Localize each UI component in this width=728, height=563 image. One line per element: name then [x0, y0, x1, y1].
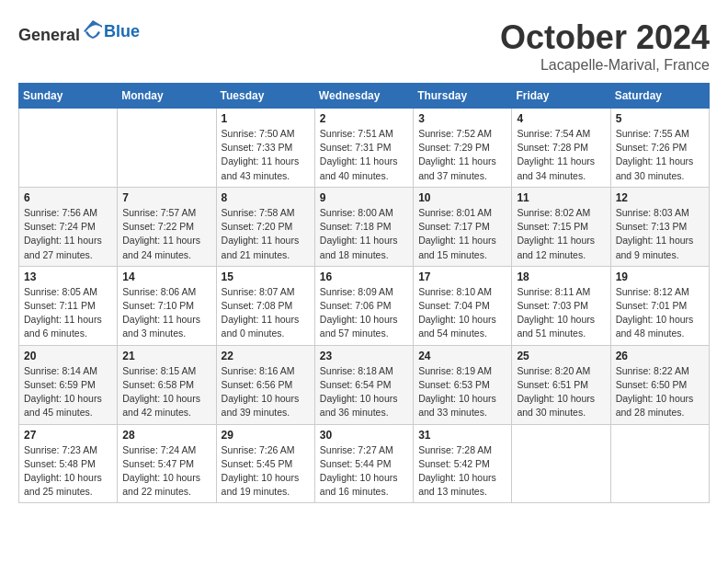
- day-number: 16: [320, 270, 408, 283]
- calendar-day-cell: 23 Sunrise: 8:18 AMSunset: 6:54 PMDaylig…: [314, 345, 413, 424]
- calendar-day-cell: 6 Sunrise: 7:56 AMSunset: 7:24 PMDayligh…: [19, 187, 118, 266]
- day-info: Sunrise: 7:52 AMSunset: 7:29 PMDaylight:…: [418, 127, 506, 183]
- calendar-day-cell: 29 Sunrise: 7:26 AMSunset: 5:45 PMDaylig…: [216, 424, 314, 503]
- weekday-header: Wednesday: [314, 84, 413, 109]
- day-number: 31: [418, 429, 506, 442]
- calendar-day-cell: 14 Sunrise: 8:06 AMSunset: 7:10 PMDaylig…: [118, 266, 216, 345]
- day-info: Sunrise: 7:50 AMSunset: 7:33 PMDaylight:…: [222, 127, 310, 183]
- day-number: 23: [320, 350, 408, 362]
- day-info: Sunrise: 8:18 AMSunset: 6:54 PMDaylight:…: [320, 364, 408, 420]
- day-number: 27: [24, 429, 112, 442]
- day-number: 1: [222, 112, 310, 125]
- logo: General Blue: [18, 18, 140, 45]
- calendar-day-cell: 10 Sunrise: 8:01 AMSunset: 7:17 PMDaylig…: [414, 187, 512, 266]
- calendar-day-cell: 2 Sunrise: 7:51 AMSunset: 7:31 PMDayligh…: [314, 109, 413, 188]
- calendar-day-cell: 18 Sunrise: 8:11 AMSunset: 7:03 PMDaylig…: [512, 266, 610, 345]
- page-header: General Blue October 2024 Lacapelle-Mari…: [18, 18, 710, 74]
- day-info: Sunrise: 7:57 AMSunset: 7:22 PMDaylight:…: [122, 206, 210, 262]
- day-number: 28: [122, 429, 210, 442]
- weekday-header: Tuesday: [216, 84, 314, 109]
- day-info: Sunrise: 7:23 AMSunset: 5:48 PMDaylight:…: [24, 443, 112, 500]
- calendar-day-cell: 28 Sunrise: 7:24 AMSunset: 5:47 PMDaylig…: [118, 424, 216, 503]
- day-number: 25: [517, 350, 605, 362]
- calendar-day-cell: 30 Sunrise: 7:27 AMSunset: 5:44 PMDaylig…: [314, 424, 413, 503]
- calendar-day-cell: 12 Sunrise: 8:03 AMSunset: 7:13 PMDaylig…: [610, 187, 709, 266]
- calendar-day-cell: [610, 424, 709, 503]
- day-number: 22: [222, 350, 310, 362]
- day-number: 19: [616, 270, 704, 283]
- day-number: 6: [24, 191, 112, 204]
- day-number: 29: [222, 429, 310, 442]
- day-info: Sunrise: 8:05 AMSunset: 7:11 PMDaylight:…: [24, 285, 112, 341]
- day-info: Sunrise: 7:58 AMSunset: 7:20 PMDaylight:…: [222, 206, 310, 262]
- day-number: 15: [222, 270, 310, 283]
- calendar-day-cell: 7 Sunrise: 7:57 AMSunset: 7:22 PMDayligh…: [118, 187, 216, 266]
- day-info: Sunrise: 8:11 AMSunset: 7:03 PMDaylight:…: [517, 285, 605, 341]
- calendar-day-cell: 8 Sunrise: 7:58 AMSunset: 7:20 PMDayligh…: [216, 187, 314, 266]
- calendar-day-cell: 31 Sunrise: 7:28 AMSunset: 5:42 PMDaylig…: [414, 424, 512, 503]
- day-number: 12: [616, 191, 704, 204]
- logo-general: General: [18, 26, 80, 44]
- calendar-week-row: 6 Sunrise: 7:56 AMSunset: 7:24 PMDayligh…: [19, 187, 710, 266]
- day-info: Sunrise: 8:19 AMSunset: 6:53 PMDaylight:…: [418, 364, 506, 420]
- day-number: 7: [122, 191, 210, 204]
- day-info: Sunrise: 8:06 AMSunset: 7:10 PMDaylight:…: [122, 285, 210, 341]
- day-info: Sunrise: 7:56 AMSunset: 7:24 PMDaylight:…: [24, 206, 112, 262]
- location-title: Lacapelle-Marival, France: [500, 57, 710, 74]
- calendar-week-row: 27 Sunrise: 7:23 AMSunset: 5:48 PMDaylig…: [19, 424, 710, 503]
- day-info: Sunrise: 8:20 AMSunset: 6:51 PMDaylight:…: [517, 364, 605, 420]
- day-info: Sunrise: 8:02 AMSunset: 7:15 PMDaylight:…: [517, 206, 605, 262]
- day-number: 18: [517, 270, 605, 283]
- calendar-day-cell: 24 Sunrise: 8:19 AMSunset: 6:53 PMDaylig…: [414, 345, 512, 424]
- day-info: Sunrise: 8:16 AMSunset: 6:56 PMDaylight:…: [222, 364, 310, 420]
- calendar-day-cell: 25 Sunrise: 8:20 AMSunset: 6:51 PMDaylig…: [512, 345, 610, 424]
- day-number: 13: [24, 270, 112, 283]
- calendar-day-cell: 13 Sunrise: 8:05 AMSunset: 7:11 PMDaylig…: [19, 266, 118, 345]
- calendar-day-cell: 1 Sunrise: 7:50 AMSunset: 7:33 PMDayligh…: [216, 109, 314, 188]
- day-info: Sunrise: 8:01 AMSunset: 7:17 PMDaylight:…: [418, 206, 506, 262]
- day-number: 17: [418, 270, 506, 283]
- day-number: 10: [418, 191, 506, 204]
- day-info: Sunrise: 7:27 AMSunset: 5:44 PMDaylight:…: [320, 443, 408, 500]
- weekday-header: Thursday: [414, 84, 512, 109]
- calendar-day-cell: [19, 109, 118, 188]
- logo-icon: [82, 18, 104, 40]
- calendar-day-cell: [118, 109, 216, 188]
- day-info: Sunrise: 7:24 AMSunset: 5:47 PMDaylight:…: [122, 443, 210, 500]
- calendar-day-cell: 22 Sunrise: 8:16 AMSunset: 6:56 PMDaylig…: [216, 345, 314, 424]
- day-info: Sunrise: 8:22 AMSunset: 6:50 PMDaylight:…: [616, 364, 704, 420]
- calendar-day-cell: 16 Sunrise: 8:09 AMSunset: 7:06 PMDaylig…: [314, 266, 413, 345]
- calendar-day-cell: 3 Sunrise: 7:52 AMSunset: 7:29 PMDayligh…: [414, 109, 512, 188]
- calendar-day-cell: 4 Sunrise: 7:54 AMSunset: 7:28 PMDayligh…: [512, 109, 610, 188]
- day-number: 14: [122, 270, 210, 283]
- weekday-header: Friday: [512, 84, 610, 109]
- calendar-day-cell: [512, 424, 610, 503]
- day-info: Sunrise: 8:00 AMSunset: 7:18 PMDaylight:…: [320, 206, 408, 262]
- day-number: 21: [122, 350, 210, 362]
- day-info: Sunrise: 8:14 AMSunset: 6:59 PMDaylight:…: [24, 364, 112, 420]
- day-info: Sunrise: 8:09 AMSunset: 7:06 PMDaylight:…: [320, 285, 408, 341]
- weekday-header-row: SundayMondayTuesdayWednesdayThursdayFrid…: [19, 84, 710, 109]
- calendar-day-cell: 21 Sunrise: 8:15 AMSunset: 6:58 PMDaylig…: [118, 345, 216, 424]
- calendar-week-row: 20 Sunrise: 8:14 AMSunset: 6:59 PMDaylig…: [19, 345, 710, 424]
- calendar-day-cell: 9 Sunrise: 8:00 AMSunset: 7:18 PMDayligh…: [314, 187, 413, 266]
- day-info: Sunrise: 7:51 AMSunset: 7:31 PMDaylight:…: [320, 127, 408, 183]
- calendar-day-cell: 5 Sunrise: 7:55 AMSunset: 7:26 PMDayligh…: [610, 109, 709, 188]
- day-number: 3: [418, 112, 506, 125]
- calendar-day-cell: 19 Sunrise: 8:12 AMSunset: 7:01 PMDaylig…: [610, 266, 709, 345]
- calendar-day-cell: 17 Sunrise: 8:10 AMSunset: 7:04 PMDaylig…: [414, 266, 512, 345]
- day-number: 9: [320, 191, 408, 204]
- day-info: Sunrise: 8:07 AMSunset: 7:08 PMDaylight:…: [222, 285, 310, 341]
- day-number: 2: [320, 112, 408, 125]
- weekday-header: Sunday: [19, 84, 118, 109]
- logo-blue: Blue: [104, 22, 140, 40]
- month-title: October 2024: [500, 18, 710, 57]
- day-info: Sunrise: 8:03 AMSunset: 7:13 PMDaylight:…: [616, 206, 704, 262]
- day-info: Sunrise: 7:55 AMSunset: 7:26 PMDaylight:…: [616, 127, 704, 183]
- day-number: 5: [616, 112, 704, 125]
- day-info: Sunrise: 8:12 AMSunset: 7:01 PMDaylight:…: [616, 285, 704, 341]
- calendar-day-cell: 20 Sunrise: 8:14 AMSunset: 6:59 PMDaylig…: [19, 345, 118, 424]
- calendar-day-cell: 27 Sunrise: 7:23 AMSunset: 5:48 PMDaylig…: [19, 424, 118, 503]
- day-number: 20: [24, 350, 112, 362]
- day-number: 8: [222, 191, 310, 204]
